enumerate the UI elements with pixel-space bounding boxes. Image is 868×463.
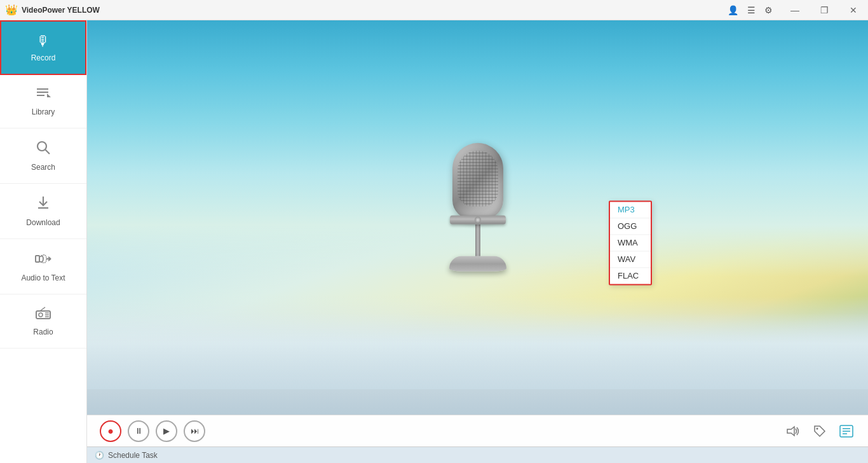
format-option-flac[interactable]: FLAC xyxy=(610,268,651,284)
format-option-wma[interactable]: WMA xyxy=(610,235,651,251)
minimize-button[interactable]: — xyxy=(780,0,810,20)
tag-icon[interactable] xyxy=(811,422,829,440)
sidebar-label-search: Search xyxy=(31,163,55,172)
titlebar-icon-group: 👤 ☰ ⚙ xyxy=(728,0,779,20)
svg-point-4 xyxy=(37,142,46,151)
sidebar-label-audio-to-text: Audio to Text xyxy=(21,273,65,282)
sidebar-item-search[interactable]: Search xyxy=(0,128,86,184)
schedule-label[interactable]: Schedule Task xyxy=(108,451,158,460)
settings-icon[interactable]: ⚙ xyxy=(764,5,773,15)
mic-neck xyxy=(475,225,480,256)
sidebar-item-library[interactable]: Library xyxy=(0,75,86,128)
format-option-mp3[interactable]: MP3 xyxy=(610,202,651,218)
library-icon xyxy=(36,86,51,104)
record-icon: 🎙 xyxy=(36,33,50,50)
next-button[interactable]: ⏭ xyxy=(184,420,205,442)
user-icon[interactable]: 👤 xyxy=(728,5,738,15)
mic-head xyxy=(452,143,503,219)
format-button[interactable] xyxy=(837,422,855,440)
bg-gradient: MP3 OGG WMA WAV FLAC xyxy=(87,20,868,415)
format-option-wav[interactable]: WAV xyxy=(610,251,651,268)
main-content: MP3 OGG WMA WAV FLAC ● ⏸ ▶ ⏭ xyxy=(87,20,868,463)
svg-line-5 xyxy=(46,150,50,155)
sidebar-label-radio: Radio xyxy=(33,328,53,336)
microphone-illustration xyxy=(449,143,506,272)
format-option-ogg[interactable]: OGG xyxy=(610,218,651,235)
mic-band xyxy=(450,216,506,225)
app-logo: 👑 xyxy=(5,4,18,17)
sidebar-label-library: Library xyxy=(32,107,55,116)
schedule-icon: 🕐 xyxy=(95,451,104,460)
cloud-area xyxy=(87,313,868,389)
svg-marker-18 xyxy=(787,427,794,436)
volume-icon[interactable] xyxy=(784,422,802,440)
mic-dot xyxy=(475,217,481,223)
sidebar-item-download[interactable]: Download xyxy=(0,184,86,239)
sidebar-item-audio-to-text[interactable]: Audio to Text xyxy=(0,239,86,294)
list-icon[interactable]: ☰ xyxy=(747,5,756,15)
close-button[interactable]: ✕ xyxy=(839,0,868,20)
sidebar-label-record: Record xyxy=(31,53,56,62)
maximize-button[interactable]: ❐ xyxy=(810,0,839,20)
titlebar: 👑 VideoPower YELLOW 👤 ☰ ⚙ — ❐ ✕ xyxy=(0,0,868,20)
search-icon xyxy=(36,140,51,159)
radio-icon xyxy=(35,306,51,324)
svg-point-13 xyxy=(39,313,43,317)
sidebar-item-radio[interactable]: Radio xyxy=(0,294,86,349)
audio-to-text-icon xyxy=(35,251,51,270)
sidebar-item-record[interactable]: 🎙 Record xyxy=(0,20,86,75)
sidebar: 🎙 Record Library Search xyxy=(0,20,87,463)
app-title: VideoPower YELLOW xyxy=(22,6,100,15)
record-button[interactable]: ● xyxy=(100,420,121,442)
mic-grille xyxy=(458,151,498,207)
svg-rect-8 xyxy=(36,256,39,262)
status-bar: 🕐 Schedule Task xyxy=(87,446,868,463)
playback-controls: ● ⏸ ▶ ⏭ xyxy=(100,420,205,442)
svg-marker-3 xyxy=(47,93,51,97)
app-body: 🎙 Record Library Search xyxy=(0,20,868,463)
sidebar-label-download: Download xyxy=(26,218,60,227)
right-controls xyxy=(784,422,855,440)
svg-point-19 xyxy=(817,427,818,429)
background-area: MP3 OGG WMA WAV FLAC xyxy=(87,20,868,415)
play-button[interactable]: ▶ xyxy=(156,420,177,442)
format-dropdown[interactable]: MP3 OGG WMA WAV FLAC xyxy=(609,200,652,285)
pause-button[interactable]: ⏸ xyxy=(128,420,149,442)
bottom-bar: ● ⏸ ▶ ⏭ xyxy=(87,415,868,446)
download-icon xyxy=(36,195,51,214)
mic-base xyxy=(449,256,506,272)
window-controls: — ❐ ✕ xyxy=(780,0,868,20)
